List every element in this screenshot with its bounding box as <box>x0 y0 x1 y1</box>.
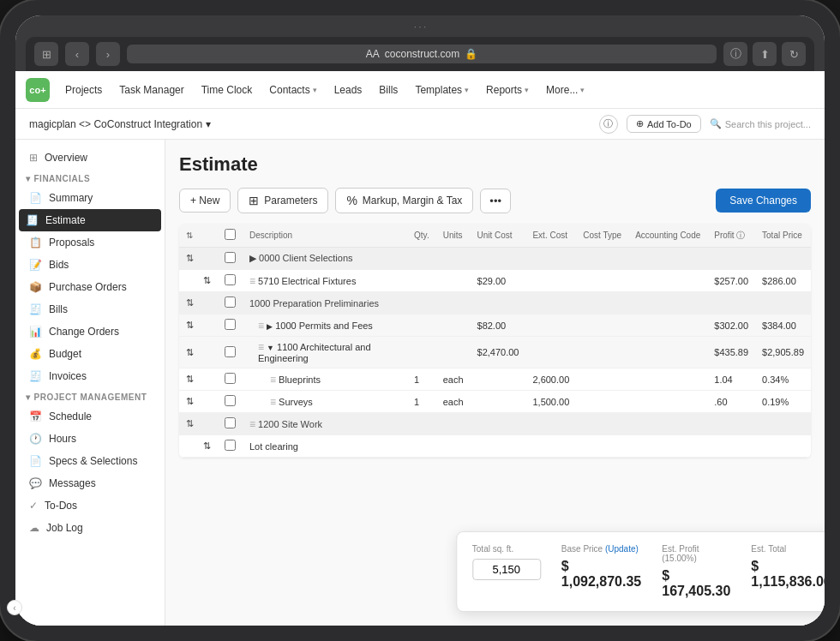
nav-item-templates[interactable]: Templates ▾ <box>406 71 477 109</box>
row-sort-handle[interactable]: ⇅ <box>179 435 218 458</box>
nav-item-task-manager[interactable]: Task Manager <box>111 71 192 109</box>
base-price-value: $ 1,092,870.35 <box>561 559 641 590</box>
sidebar-label-po: Purchase Orders <box>49 281 127 293</box>
contacts-chevron: ▾ <box>313 86 317 94</box>
sidebar-item-hours[interactable]: 🕐 Hours <box>15 428 165 450</box>
row-menu-icon[interactable]: ≡ <box>249 275 255 287</box>
sub-group-total: $384.00 <box>755 315 811 337</box>
sidebar-item-budget[interactable]: 💰 Budget <box>15 343 165 365</box>
item-qty: 1 <box>407 368 436 391</box>
financials-collapse-icon[interactable]: ▾ <box>26 174 31 183</box>
nav-item-more[interactable]: More... ▾ <box>537 71 593 109</box>
search-bar[interactable]: 🔍 Search this project... <box>710 118 811 129</box>
sidebar-item-estimate[interactable]: 🧾 Estimate <box>19 209 161 231</box>
sidebar-item-change-orders[interactable]: 📊 Change Orders <box>15 320 165 343</box>
row-checkbox[interactable] <box>225 319 236 330</box>
summary-base-price-col: Base Price (Update) $ 1,092,870.35 <box>561 544 641 590</box>
logo: co+ <box>26 78 50 102</box>
sub-group-profit: $302.00 <box>707 315 755 337</box>
project-info-btn[interactable]: ⓘ <box>599 115 618 134</box>
nav-label-templates: Templates <box>415 84 462 96</box>
markup-button[interactable]: % Markup, Margin & Tax <box>335 188 473 213</box>
add-todo-button[interactable]: ⊕ Add To-Do <box>627 115 701 133</box>
collapse-sidebar-button[interactable]: ‹ <box>15 600 22 615</box>
select-all-checkbox[interactable] <box>225 229 236 240</box>
sidebar-item-todos[interactable]: ✓ To-Dos <box>15 494 165 517</box>
forward-btn[interactable]: › <box>96 42 120 66</box>
row-menu-icon[interactable]: ≡ <box>258 320 264 332</box>
sidebar-item-bills[interactable]: 🧾 Bills <box>15 298 165 320</box>
row-sort-handle[interactable]: ⇅ <box>179 292 218 315</box>
row-checkbox[interactable] <box>225 440 236 451</box>
row-checkbox[interactable] <box>225 373 236 384</box>
specs-icon: 📄 <box>29 455 42 467</box>
url-bar[interactable]: AA coconstruct.com 🔒 <box>127 45 717 63</box>
row-sort-handle[interactable]: ⇅ <box>179 391 218 413</box>
nav-item-reports[interactable]: Reports ▾ <box>477 71 537 109</box>
new-button[interactable]: + New <box>179 189 231 213</box>
sidebar-item-schedule[interactable]: 📅 Schedule <box>15 405 165 428</box>
row-sort-handle[interactable]: ⇅ <box>179 368 218 391</box>
sidebar-item-job-log[interactable]: ☁ Job Log <box>15 517 165 539</box>
app-content: co+ Projects Task Manager Time Clock Con… <box>15 71 825 626</box>
est-profit-label: Est. Profit (15.00%) <box>662 544 730 563</box>
job-log-icon: ☁ <box>29 522 39 534</box>
nav-item-time-clock[interactable]: Time Clock <box>193 71 261 109</box>
row-sort-handle[interactable]: ⇅ <box>179 248 218 270</box>
estimate-icon: 🧾 <box>26 214 39 226</box>
info-btn[interactable]: ⓘ <box>723 42 747 66</box>
row-checkbox[interactable] <box>225 274 236 285</box>
sidebar-item-specs[interactable]: 📄 Specs & Selections <box>15 450 165 472</box>
parameters-button[interactable]: ⊞ Parameters <box>237 188 328 213</box>
sub-group-qty <box>407 315 436 337</box>
schedule-icon: 📅 <box>29 410 42 422</box>
expand-icon[interactable]: ▶ <box>267 322 273 331</box>
item-profit: 1.04 <box>707 368 755 391</box>
sqft-input[interactable] <box>472 559 541 580</box>
nav-item-leads[interactable]: Leads <box>326 71 371 109</box>
sqft-label: Total sq. ft. <box>472 544 541 554</box>
row-menu-icon[interactable]: ≡ <box>270 396 276 408</box>
project-mgmt-collapse-icon[interactable]: ▾ <box>26 392 31 402</box>
col-cost-type: Cost Type <box>576 224 628 248</box>
browser-dots: · · · <box>26 22 814 32</box>
row-sort-handle[interactable]: ⇅ <box>179 413 218 435</box>
sidebar-item-purchase-orders[interactable]: 📦 Purchase Orders <box>15 276 165 298</box>
share-btn[interactable]: ⬆ <box>753 42 777 66</box>
sidebar-item-invoices[interactable]: 🧾 Invoices <box>15 365 165 387</box>
sidebar-toggle-btn[interactable]: ⊞ <box>34 42 58 66</box>
sidebar-item-messages[interactable]: 💬 Messages <box>15 472 165 494</box>
back-btn[interactable]: ‹ <box>65 42 89 66</box>
nav-item-contacts[interactable]: Contacts ▾ <box>261 71 325 109</box>
item-total: $286.00 <box>755 270 811 292</box>
row-sort-handle[interactable]: ⇅ <box>179 270 218 292</box>
row-checkbox[interactable] <box>225 297 236 308</box>
sidebar-item-overview[interactable]: ⊞ Overview <box>15 147 165 169</box>
save-changes-button[interactable]: Save Changes <box>716 189 811 213</box>
sidebar-item-bids[interactable]: 📝 Bids <box>15 254 165 276</box>
row-checkbox[interactable] <box>225 395 236 406</box>
row-menu-icon[interactable]: ≡ <box>249 418 255 430</box>
page-title: Estimate <box>179 153 811 176</box>
reload-btn[interactable]: ↻ <box>782 42 806 66</box>
sidebar-item-proposals[interactable]: 📋 Proposals <box>15 231 165 254</box>
update-link[interactable]: (Update) <box>605 544 639 554</box>
project-name[interactable]: magicplan <> CoConstruct Integration ▾ <box>29 118 211 130</box>
item-description: ≡ 5710 Electrical Fixtures <box>243 270 407 292</box>
row-sort-handle[interactable]: ⇅ <box>179 337 218 368</box>
row-checkbox[interactable] <box>225 346 236 357</box>
row-checkbox[interactable] <box>225 252 236 263</box>
sidebar-item-summary[interactable]: 📄 Summary <box>15 187 165 209</box>
more-button[interactable]: ••• <box>480 189 511 213</box>
row-menu-icon[interactable]: ≡ <box>258 341 264 353</box>
sub-group-cost-type <box>576 337 628 368</box>
row-checkbox[interactable] <box>225 417 236 428</box>
col-sort: ⇅ <box>179 224 218 248</box>
nav-item-bills[interactable]: Bills <box>370 71 406 109</box>
row-menu-icon[interactable]: ≡ <box>270 374 276 386</box>
row-sort-handle[interactable]: ⇅ <box>179 315 218 337</box>
summary-sqft-col: Total sq. ft. <box>472 544 541 580</box>
collapse-icon[interactable]: ▼ <box>267 344 274 352</box>
group-expand-icon[interactable]: ▶ <box>249 253 256 263</box>
nav-item-projects[interactable]: Projects <box>57 71 111 109</box>
